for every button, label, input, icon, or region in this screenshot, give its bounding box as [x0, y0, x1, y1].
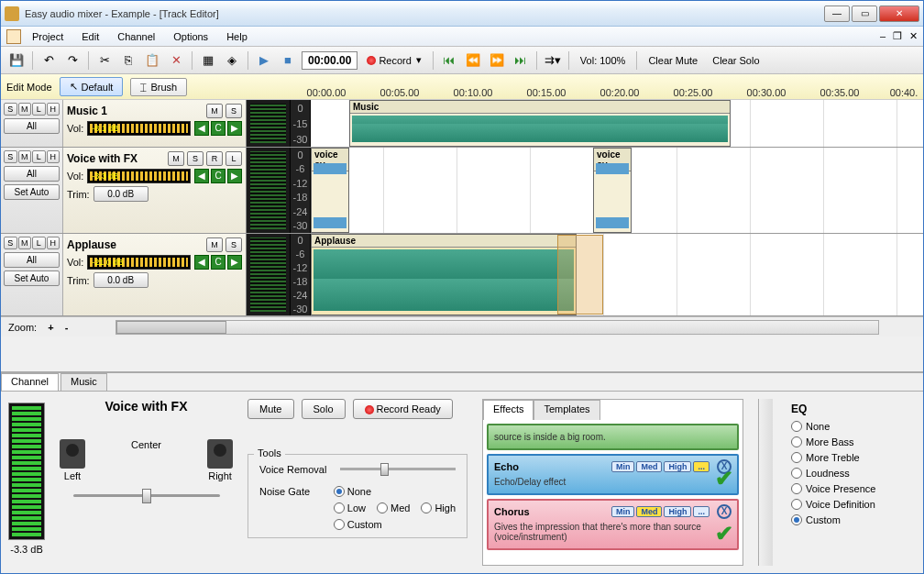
- tab-music[interactable]: Music: [60, 373, 107, 391]
- rewind-icon[interactable]: ⏪: [463, 50, 483, 71]
- audio-clip[interactable]: voice ov: [311, 148, 349, 233]
- time-ruler[interactable]: 00:00.00 00:05.00 00:10.00 00:15.00 00:2…: [310, 74, 923, 100]
- menu-channel[interactable]: Channel: [110, 29, 162, 44]
- window-title: Easy audio mixer - Example - [Track Edit…: [25, 8, 824, 19]
- bottom-panel: Channel Music -3.3 dB Voice with FX Left…: [1, 371, 923, 573]
- eq-voicedefinition-radio[interactable]: Voice Definition: [791, 499, 912, 510]
- pan-right-icon[interactable]: ▶: [227, 121, 242, 136]
- zoom-in-button[interactable]: +: [48, 322, 53, 333]
- tab-channel[interactable]: Channel: [1, 373, 59, 391]
- fx-scrollbar[interactable]: [758, 399, 773, 566]
- copy-icon[interactable]: ⎘: [118, 50, 138, 71]
- fx-close-icon[interactable]: X: [717, 504, 732, 519]
- solo-button[interactable]: S: [226, 104, 242, 118]
- delete-icon[interactable]: ✕: [166, 50, 186, 71]
- speaker-right-icon: [207, 439, 233, 469]
- audio-clip[interactable]: Music: [349, 100, 731, 147]
- m-button[interactable]: M: [18, 103, 32, 116]
- zoom-bar: Zoom: + -: [1, 316, 923, 337]
- app-menu-icon[interactable]: [6, 29, 21, 44]
- all-button[interactable]: All: [4, 118, 60, 134]
- mdi-close[interactable]: ✕: [909, 30, 918, 42]
- maximize-button[interactable]: ▭: [852, 6, 877, 22]
- check-icon: ✔: [715, 466, 733, 491]
- eq-morebass-radio[interactable]: More Bass: [791, 436, 912, 447]
- play-icon[interactable]: ▶: [254, 50, 274, 71]
- ng-med-radio[interactable]: Med: [377, 502, 410, 513]
- ng-custom-radio[interactable]: Custom: [334, 519, 382, 530]
- eq-loudness-radio[interactable]: Loudness: [791, 468, 912, 479]
- brush-icon: ⌶: [140, 82, 147, 93]
- solo-button[interactable]: Solo: [302, 399, 346, 419]
- menu-help[interactable]: Help: [219, 29, 255, 44]
- vol-meter[interactable]: -8.1 dB: [87, 121, 191, 136]
- trim-value[interactable]: 0.0 dB: [94, 186, 148, 202]
- cut-icon[interactable]: ✂: [94, 50, 115, 71]
- scroll-thumb[interactable]: [116, 321, 226, 334]
- menu-options[interactable]: Options: [166, 29, 215, 44]
- l-button[interactable]: L: [32, 103, 46, 116]
- track-name[interactable]: Music 1: [67, 105, 204, 117]
- volume-label[interactable]: Vol: 100%: [575, 55, 632, 66]
- forward-icon[interactable]: ⏩: [487, 50, 507, 71]
- clear-mute-button[interactable]: Clear Mute: [643, 55, 703, 66]
- tools-legend: Tools: [254, 447, 285, 458]
- record-ready-button[interactable]: Record Ready: [353, 399, 453, 419]
- audio-clip[interactable]: Applause: [311, 234, 577, 315]
- brush-mode-button[interactable]: ⌶Brush: [130, 78, 187, 96]
- paste-icon[interactable]: 📋: [142, 50, 162, 71]
- audio-clip[interactable]: voice ov: [593, 148, 632, 233]
- mute-button[interactable]: M: [206, 104, 223, 118]
- tool2-icon[interactable]: ◈: [222, 50, 242, 71]
- eq-custom-radio[interactable]: Custom: [791, 514, 912, 525]
- eq-panel: EQ None More Bass More Treble Loudness V…: [787, 399, 916, 566]
- undo-icon[interactable]: ↶: [38, 50, 59, 71]
- redo-icon[interactable]: ↷: [62, 50, 82, 71]
- clear-solo-button[interactable]: Clear Solo: [707, 55, 764, 66]
- mdi-restore[interactable]: ❐: [893, 30, 902, 42]
- fx-card-chorus[interactable]: Chorus Min Med High ... X Gives the impr…: [487, 499, 739, 550]
- track-name[interactable]: Applause: [67, 238, 204, 251]
- fx-card-room[interactable]: source is inside a big room.: [487, 424, 739, 450]
- close-button[interactable]: ✕: [879, 6, 919, 22]
- speaker-left-icon: [60, 439, 85, 469]
- zoom-label: Zoom:: [8, 322, 37, 333]
- horizontal-scrollbar[interactable]: [116, 320, 879, 335]
- h-button[interactable]: H: [47, 103, 60, 116]
- stop-icon[interactable]: ■: [278, 50, 298, 71]
- tool1-icon[interactable]: ▦: [198, 50, 218, 71]
- default-mode-button[interactable]: ↖Default: [60, 77, 124, 96]
- tab-templates[interactable]: Templates: [534, 400, 600, 420]
- pan-slider[interactable]: [73, 487, 220, 505]
- minimize-button[interactable]: —: [824, 6, 850, 22]
- voice-removal-slider[interactable]: [340, 462, 456, 477]
- ng-high-radio[interactable]: High: [421, 502, 456, 513]
- menu-project[interactable]: Project: [25, 29, 71, 44]
- ng-low-radio[interactable]: Low: [334, 502, 366, 513]
- fx-card-echo[interactable]: Echo Min Med High ... X Echo/Delay effec…: [487, 454, 739, 495]
- save-icon[interactable]: 💾: [6, 50, 27, 71]
- track-name[interactable]: Voice with FX: [67, 152, 165, 165]
- mute-button[interactable]: Mute: [248, 399, 293, 419]
- pan-center[interactable]: C: [211, 121, 226, 136]
- menubar: Project Edit Channel Options Help – ❐ ✕: [1, 27, 923, 47]
- eq-moretreble-radio[interactable]: More Treble: [791, 452, 912, 463]
- menu-edit[interactable]: Edit: [74, 29, 106, 44]
- rewind-start-icon[interactable]: ⏮: [439, 50, 459, 71]
- eq-none-radio[interactable]: None: [791, 421, 912, 432]
- tab-effects[interactable]: Effects: [483, 400, 534, 420]
- record-button[interactable]: Record▾: [361, 52, 426, 68]
- fade-region[interactable]: [557, 235, 603, 315]
- zoom-out-button[interactable]: -: [65, 322, 69, 333]
- voice-removal-label: Voice Removal: [259, 464, 333, 475]
- loop-icon[interactable]: ⇉▾: [543, 50, 563, 71]
- set-auto-button[interactable]: Set Auto: [4, 184, 60, 200]
- mdi-minimize[interactable]: –: [880, 30, 886, 42]
- wave-area[interactable]: Music: [311, 100, 923, 147]
- s-button[interactable]: S: [4, 103, 17, 116]
- eq-voicepresence-radio[interactable]: Voice Presence: [791, 483, 912, 494]
- edit-mode-bar: Edit Mode ↖Default ⌶Brush 00:00.00 00:05…: [1, 74, 923, 100]
- ng-none-radio[interactable]: None: [334, 486, 371, 497]
- pan-left-icon[interactable]: ◀: [194, 121, 209, 136]
- forward-end-icon[interactable]: ⏭: [511, 50, 531, 71]
